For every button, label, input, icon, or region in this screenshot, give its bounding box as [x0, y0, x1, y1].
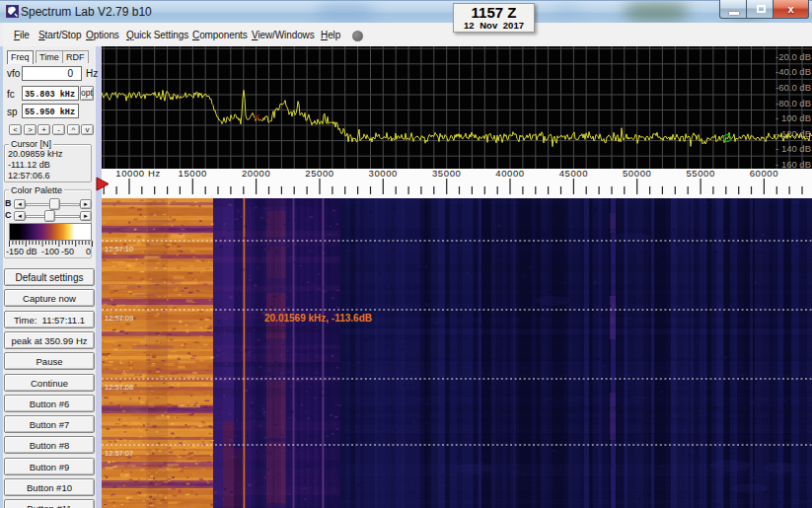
- svg-text:12:57:07: 12:57:07: [105, 449, 133, 458]
- svg-text:20.01569 kHz, -113.6dB: 20.01569 kHz, -113.6dB: [264, 313, 372, 324]
- svg-text:12:57:10: 12:57:10: [105, 245, 133, 254]
- svg-text:12:57:08: 12:57:08: [105, 383, 133, 392]
- svg-text:12:57:09: 12:57:09: [105, 314, 133, 323]
